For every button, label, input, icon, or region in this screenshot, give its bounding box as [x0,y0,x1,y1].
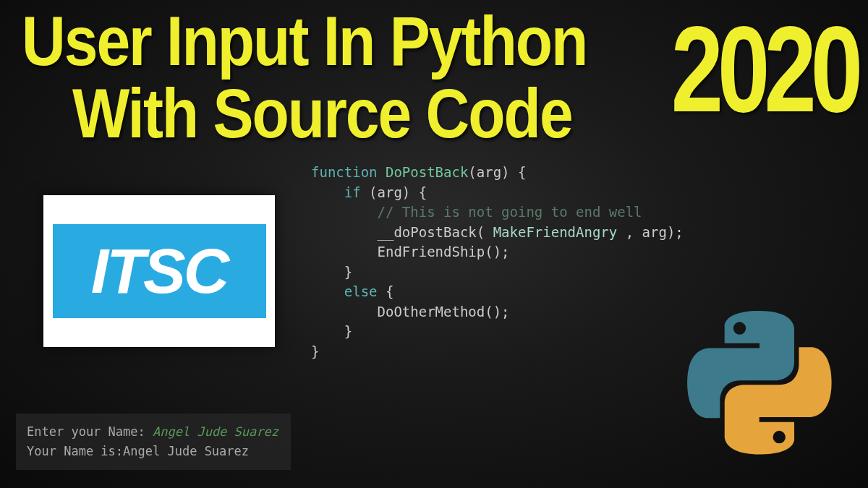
code-text: DoOtherMethod(); [311,304,510,320]
terminal-prompt: Enter your Name: [27,424,153,439]
terminal-output: Enter your Name: Angel Jude Suarez Your … [16,414,291,470]
code-text: (arg) { [369,184,427,200]
code-text: EndFriendShip(); [311,244,510,260]
itsc-logo: ITSC [43,195,275,347]
code-keyword: else [311,283,386,299]
code-call: MakeFriendAngry [485,224,625,240]
year-badge: 2020 [671,0,857,140]
code-text: , arg); [626,224,684,240]
code-text: } [311,343,319,359]
code-keyword: function [311,164,386,180]
code-text: } [311,264,352,280]
code-text: { [386,283,393,299]
python-logo-icon [687,311,832,455]
terminal-user-input: Angel Jude Suarez [153,424,278,439]
code-comment: // This is not going to end well [311,204,642,220]
code-text: (arg) { [468,164,526,180]
code-keyword: if [311,184,369,200]
itsc-logo-text: ITSC [91,234,227,308]
itsc-logo-inner: ITSC [53,224,266,318]
terminal-line-2: Your Name is:Angel Jude Suarez [27,442,280,461]
code-text: } [311,323,352,339]
code-text: __doPostBack( [311,224,485,240]
code-snippet: function DoPostBack(arg) { if (arg) { //… [311,163,684,361]
terminal-line-1: Enter your Name: Angel Jude Suarez [27,422,280,442]
code-function: DoPostBack [386,164,468,180]
